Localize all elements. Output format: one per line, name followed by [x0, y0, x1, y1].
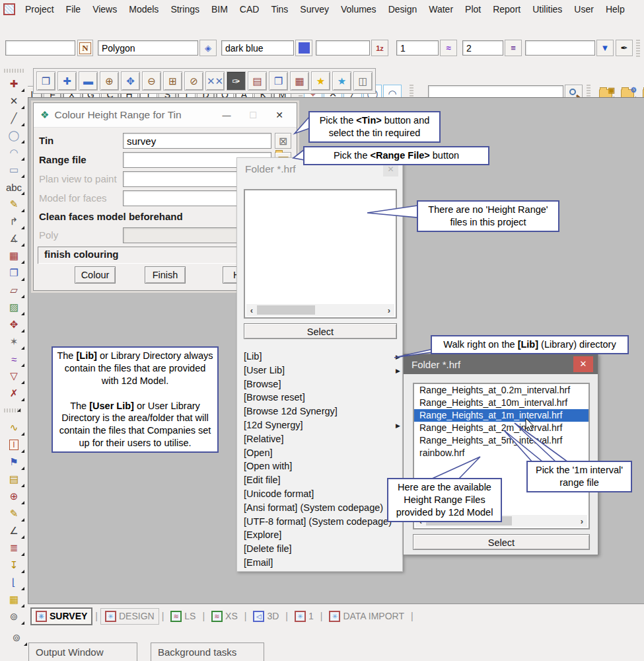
tin-icon[interactable]: ⊚: [5, 629, 28, 646]
background-tasks-tab[interactable]: Background tasks: [151, 642, 264, 661]
create-node-icon[interactable]: ✕: [3, 93, 25, 110]
menu-item[interactable]: Plot: [459, 4, 487, 15]
move-icon[interactable]: ✥: [3, 316, 25, 333]
road-centreline-icon[interactable]: ⊕: [3, 488, 25, 505]
drop-point-icon[interactable]: ✶: [3, 333, 25, 350]
menu-item[interactable]: Survey: [294, 4, 335, 15]
colour-button[interactable]: Colour: [75, 266, 116, 284]
setout-icon[interactable]: ↧: [3, 557, 25, 574]
menu-item[interactable]: User: [568, 4, 600, 15]
zoom-out-icon[interactable]: ▬: [79, 71, 98, 91]
fit-window-icon[interactable]: ❒: [36, 71, 55, 91]
print-icon[interactable]: ▤: [248, 71, 267, 91]
dialog-title-bar[interactable]: ❖ Colour Height Range for Tin — ☐ ✕: [34, 103, 297, 128]
folder-menu-item[interactable]: [Browse reset]: [237, 392, 404, 406]
window-split-icon[interactable]: ◫: [353, 71, 373, 91]
redraw-icon[interactable]: ✕✕: [205, 71, 225, 91]
sketch-icon[interactable]: ✎: [3, 505, 25, 522]
plot-grid-icon[interactable]: ▦: [3, 591, 25, 608]
zoom-in-icon[interactable]: ✚: [57, 71, 77, 91]
menu-item[interactable]: Strings: [164, 4, 205, 15]
menu-item[interactable]: Views: [87, 4, 123, 15]
folder-menu-item[interactable]: [Relative]: [237, 434, 404, 447]
zoom-previous-icon[interactable]: ⊘: [184, 71, 203, 91]
file-list-item[interactable]: Range_Heights_at_1m_interval.hrf: [414, 409, 589, 422]
menu-item[interactable]: CAD: [234, 4, 266, 15]
view-tab[interactable]: ✳ DATA IMPORT |: [325, 609, 415, 624]
close-button[interactable]: ✕: [573, 356, 593, 372]
copy-view-icon[interactable]: ❐: [3, 264, 25, 282]
city-grid-icon[interactable]: ▦: [290, 71, 309, 91]
zoom-scale-icon[interactable]: ⊖: [142, 71, 161, 91]
menu-item[interactable]: Design: [382, 4, 423, 15]
folder-menu-item[interactable]: [Browse]: [237, 379, 404, 393]
drainage-icon[interactable]: ⌊: [3, 574, 25, 591]
file-list-item[interactable]: Range_Heights_at_0.2m_interval.hrf: [414, 384, 589, 397]
finish-button[interactable]: Finish: [145, 266, 186, 284]
maximize-button[interactable]: ☐: [240, 110, 266, 120]
folder-menu-item[interactable]: [Email]: [237, 557, 404, 571]
insert-image-icon[interactable]: ▨: [3, 299, 25, 316]
scrollbar-thumb[interactable]: [257, 305, 315, 315]
menu-item[interactable]: Models: [123, 4, 164, 15]
menu-item[interactable]: Volumes: [335, 4, 382, 15]
measure-icon[interactable]: ∡: [3, 230, 25, 247]
tin-input[interactable]: [123, 133, 271, 149]
create-polyline-icon[interactable]: ↱: [3, 213, 25, 230]
folder-menu-item[interactable]: [UTF-8 format] (System codepage): [237, 516, 404, 530]
toolbar-grip[interactable]: [4, 69, 24, 73]
zoom-extents-icon[interactable]: ⊞: [163, 71, 182, 91]
output-window-tab[interactable]: Output Window: [28, 642, 137, 661]
colour-segment-icon[interactable]: ≈: [3, 350, 25, 368]
railway-icon[interactable]: ≣: [3, 539, 25, 557]
file-list-item[interactable]: rainbow.hrf: [414, 447, 589, 459]
snap-favourites-icon[interactable]: ★: [332, 71, 351, 91]
view-tab[interactable]: ≋ LS |: [166, 609, 207, 624]
tin-icon[interactable]: ⊚: [3, 608, 25, 625]
create-point-icon[interactable]: ✚: [3, 75, 25, 93]
colour-tin-brush-icon[interactable]: ✑: [227, 71, 246, 91]
horizontal-scrollbar[interactable]: ‹ ›: [246, 304, 394, 316]
folder-menu-item[interactable]: [Delete file]: [237, 543, 404, 557]
menu-item[interactable]: Project: [19, 4, 60, 15]
create-text-icon[interactable]: abc: [3, 178, 25, 196]
file-list-item[interactable]: Range_Heights_at_10m_interval.hrf: [414, 397, 589, 409]
pan-icon[interactable]: ✥: [121, 71, 140, 91]
create-arc-icon[interactable]: ◠: [3, 144, 25, 161]
dialog-title-bar[interactable]: Folder *.hrf: [404, 354, 598, 374]
close-button[interactable]: ✕: [266, 110, 293, 120]
folder-menu-item[interactable]: [Explore]: [237, 529, 404, 543]
folder-menu-item[interactable]: [Unicode format]: [237, 488, 404, 502]
folder-menu-item[interactable]: [Browse 12d Synergy]: [237, 406, 404, 420]
view-tab[interactable]: ≋ XS |: [207, 609, 249, 624]
folder-menu-item[interactable]: [Open]: [237, 447, 404, 461]
menu-item[interactable]: Water: [423, 4, 459, 15]
copy-screen-icon[interactable]: ❐: [269, 71, 288, 91]
edit-note-icon[interactable]: ▤: [3, 471, 25, 488]
create-rectangle-icon[interactable]: ▭: [3, 161, 25, 178]
menu-item[interactable]: Tins: [265, 4, 294, 15]
create-polygon-icon[interactable]: ▱: [3, 282, 25, 299]
minimize-button[interactable]: —: [213, 110, 240, 120]
menu-item[interactable]: Help: [600, 4, 631, 15]
menu-item[interactable]: BIM: [205, 4, 234, 15]
scroll-left-icon[interactable]: ‹: [246, 305, 257, 315]
folder-menu-item[interactable]: [12d Synergy] ▶: [237, 420, 404, 434]
folder-menu-item[interactable]: [User Lib] ▶: [237, 365, 404, 379]
view-tab[interactable]: ◁ 3D |: [249, 609, 291, 624]
file-list-item[interactable]: Range_Heights_at_5m_interval.hrf: [414, 434, 589, 447]
view-tab[interactable]: ✳ DESIGN |: [100, 608, 166, 625]
select-button[interactable]: Select: [244, 323, 397, 339]
scroll-right-icon[interactable]: ›: [384, 305, 394, 315]
create-line-icon[interactable]: ╱: [3, 110, 25, 127]
file-listbox[interactable]: ‹ ›: [244, 189, 397, 319]
menu-item[interactable]: File: [60, 4, 87, 15]
survey-instrument-icon[interactable]: ⚑: [3, 453, 25, 471]
zoom-window-icon[interactable]: ⊕: [100, 71, 119, 91]
delete-point-icon[interactable]: ✗: [3, 385, 25, 402]
freehand-icon[interactable]: ∿: [3, 419, 25, 436]
table-icon[interactable]: ▦: [3, 247, 25, 264]
menu-item[interactable]: Report: [487, 4, 526, 15]
select-button[interactable]: Select: [413, 534, 590, 550]
menu-item[interactable]: Utilities: [526, 4, 568, 15]
